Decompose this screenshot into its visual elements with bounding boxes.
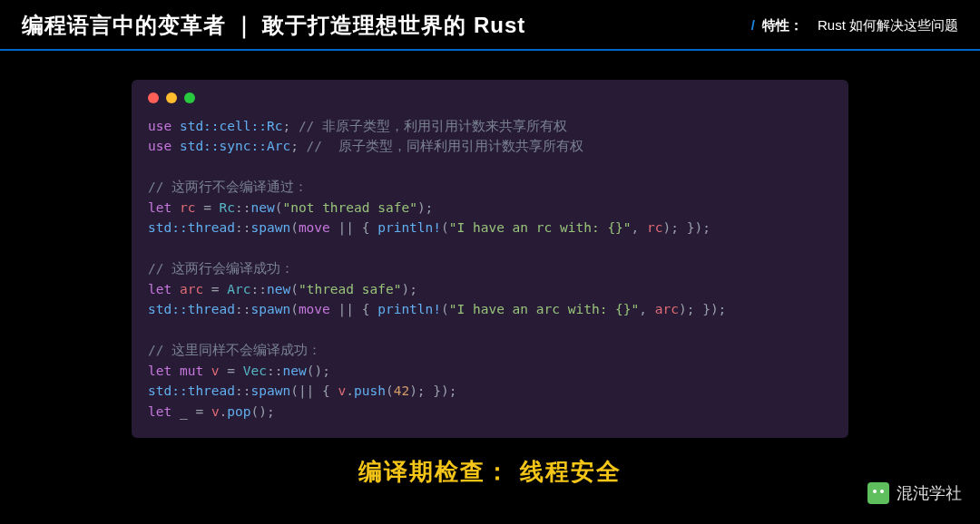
- code-token: ::: [251, 282, 267, 296]
- code-token: new: [267, 282, 290, 296]
- slide-title: 编程语言中的变革者 ｜ 敢于打造理想世界的 Rust: [22, 11, 525, 40]
- code-token: || {: [330, 302, 377, 316]
- code-token: (: [290, 282, 299, 296]
- code-token: rc: [172, 200, 195, 215]
- brand-watermark: 混沌学社: [867, 482, 962, 504]
- code-token: ); });: [409, 383, 456, 398]
- code-token: ,: [632, 220, 647, 235]
- code-token: new: [251, 200, 275, 215]
- code-token: Arc: [227, 282, 250, 296]
- code-token: (|| {: [290, 383, 338, 398]
- slide-header: 编程语言中的变革者 ｜ 敢于打造理想世界的 Rust /特性： Rust 如何解…: [0, 0, 980, 51]
- code-token: "not thread safe": [282, 200, 416, 215]
- header-meta: /特性： Rust 如何解决这些问题: [751, 17, 958, 34]
- code-token: std::sync::Arc: [172, 139, 290, 153]
- code-token: ::: [235, 220, 250, 235]
- code-token: _: [172, 404, 187, 419]
- code-comment: // 这两行不会编译通过：: [148, 180, 308, 194]
- code-token: push: [354, 383, 386, 398]
- code-token: use: [148, 139, 172, 153]
- code-token: ;: [282, 119, 290, 133]
- brand-name: 混沌学社: [897, 482, 962, 504]
- code-token: 42: [394, 383, 409, 398]
- code-block: use std::cell::Rc; // 非原子类型，利用引用计数来共享所有权…: [148, 116, 832, 422]
- code-token: move: [299, 302, 330, 316]
- code-token: (: [290, 220, 299, 235]
- code-token: (: [290, 302, 299, 316]
- code-token: || {: [330, 220, 377, 235]
- code-token: ();: [251, 404, 275, 419]
- label-slash: /: [751, 17, 755, 33]
- header-label: 特性：: [762, 17, 803, 34]
- code-token: let: [148, 404, 172, 419]
- code-token: move: [299, 220, 330, 235]
- code-comment: // 这两行会编译成功：: [148, 261, 294, 276]
- code-token: arc: [655, 302, 679, 316]
- code-comment: // 非原子类型，利用引用计数来共享所有权: [290, 119, 567, 133]
- code-token: ); });: [663, 220, 710, 235]
- code-token: rc: [647, 220, 662, 235]
- code-token: ::: [267, 364, 282, 378]
- code-token: ;: [290, 139, 299, 153]
- code-token: ::: [235, 200, 250, 215]
- code-token: use: [148, 119, 172, 133]
- code-token: println!: [377, 302, 441, 316]
- code-token: spawn: [251, 220, 291, 235]
- code-token: mut: [172, 364, 203, 378]
- code-window: use std::cell::Rc; // 非原子类型，利用引用计数来共享所有权…: [132, 80, 848, 438]
- code-token: ::: [235, 302, 250, 316]
- code-token: Vec: [243, 364, 267, 378]
- code-token: =: [203, 282, 227, 296]
- code-token: );: [401, 282, 416, 296]
- code-token: (: [441, 302, 449, 316]
- header-subtitle: Rust 如何解决这些问题: [818, 17, 958, 34]
- code-token: new: [282, 364, 306, 378]
- wechat-icon: [867, 482, 889, 504]
- code-token: v: [211, 404, 220, 419]
- code-token: "I have an rc with: {}": [449, 220, 632, 235]
- code-token: =: [188, 404, 211, 419]
- code-token: =: [195, 200, 219, 215]
- code-token: "I have an arc with: {}": [449, 302, 640, 316]
- code-token: );: [417, 200, 433, 215]
- code-token: std::thread: [148, 220, 235, 235]
- code-token: let: [148, 200, 172, 215]
- window-controls: [148, 92, 832, 103]
- code-token: ,: [639, 302, 654, 316]
- code-token: =: [220, 364, 243, 378]
- code-token: println!: [377, 220, 441, 235]
- code-token: ); });: [679, 302, 726, 316]
- code-token: std::cell::Rc: [172, 119, 282, 133]
- code-token: ::: [235, 383, 250, 398]
- code-token: v: [203, 364, 219, 378]
- code-token: pop: [227, 404, 250, 419]
- code-token: (: [441, 220, 449, 235]
- code-token: spawn: [251, 383, 291, 398]
- code-token: std::thread: [148, 383, 235, 398]
- code-comment: // 这里同样不会编译成功：: [148, 343, 321, 357]
- close-icon: [148, 92, 159, 103]
- code-token: .: [346, 383, 354, 398]
- code-token: std::thread: [148, 302, 235, 316]
- code-token: Rc: [220, 200, 235, 215]
- code-token: arc: [172, 282, 203, 296]
- code-token: (: [386, 383, 394, 398]
- code-token: "thread safe": [299, 282, 402, 296]
- code-token: ();: [307, 364, 330, 378]
- code-token: let: [148, 364, 172, 378]
- slide-footer-title: 编译期检查： 线程安全: [0, 456, 980, 488]
- minimize-icon: [166, 92, 177, 103]
- code-comment: // 原子类型，同样利用引用计数共享所有权: [299, 139, 583, 153]
- code-token: let: [148, 282, 172, 296]
- maximize-icon: [184, 92, 195, 103]
- code-token: v: [338, 383, 347, 398]
- code-token: spawn: [251, 302, 291, 316]
